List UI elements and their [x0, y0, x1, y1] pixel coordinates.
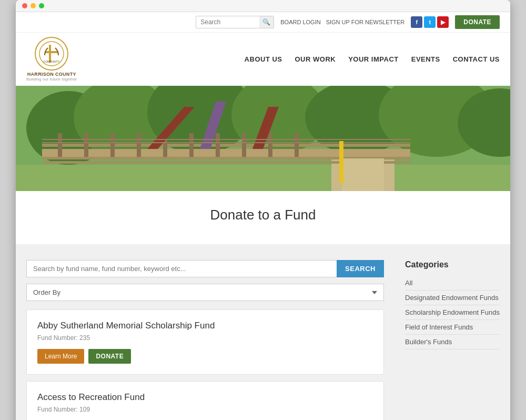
svg-rect-23: [242, 133, 246, 159]
fund-section: SEARCH Order By Abby Sutherland Memorial…: [16, 244, 510, 420]
fund-main: SEARCH Order By Abby Sutherland Memorial…: [26, 260, 384, 420]
nav-about-us[interactable]: ABOUT US: [245, 55, 282, 63]
categories-sidebar: Categories All Designated Endowment Fund…: [405, 260, 500, 420]
svg-rect-24: [268, 133, 272, 159]
fund-card-1-title: Abby Sutherland Memorial Scholarship Fun…: [37, 321, 373, 331]
main-nav: ABOUT US OUR WORK YOUR IMPACT EVENTS CON…: [245, 55, 500, 63]
dot-yellow[interactable]: [31, 3, 36, 8]
nav-contact-us[interactable]: CONTACT US: [453, 55, 500, 63]
categories-list: All Designated Endowment Funds Scholarsh…: [405, 276, 500, 349]
category-scholarship[interactable]: Scholarship Endowment Funds: [405, 305, 500, 320]
nav-your-impact[interactable]: YOUR IMPACT: [348, 55, 399, 63]
header-search-button[interactable]: 🔍: [259, 16, 274, 28]
header-links: BOARD LOGIN SIGN UP FOR NEWSLETTER: [280, 19, 404, 25]
header-top-bar: 🔍 BOARD LOGIN SIGN UP FOR NEWSLETTER f t…: [16, 12, 510, 33]
fund-search-button[interactable]: SEARCH: [337, 260, 384, 277]
svg-rect-30: [342, 158, 384, 191]
logo-circle: COMMUNITY: [35, 37, 68, 71]
header-nav: COMMUNITY HARRISON COUNTY Building our f…: [16, 33, 510, 86]
category-field[interactable]: Field of Interest Funds: [405, 320, 500, 335]
dot-red[interactable]: [22, 3, 27, 8]
categories-title: Categories: [405, 260, 500, 269]
svg-rect-12: [16, 165, 510, 191]
nav-our-work[interactable]: OUR WORK: [295, 55, 336, 63]
dot-green[interactable]: [39, 3, 44, 8]
browser-top-bar: [16, 0, 510, 12]
svg-rect-19: [137, 133, 141, 159]
order-by-select[interactable]: Order By: [26, 284, 384, 301]
svg-rect-15: [42, 144, 410, 147]
fund-card-2-number: Fund Number: 109: [37, 406, 373, 413]
newsletter-link[interactable]: SIGN UP FOR NEWSLETTER: [326, 19, 405, 25]
category-designated[interactable]: Designated Endowment Funds: [405, 291, 500, 305]
logo-name: HARRISON COUNTY: [27, 72, 76, 77]
category-all[interactable]: All: [405, 276, 500, 291]
fund-card-2: Access to Recreation Fund Fund Number: 1…: [26, 381, 384, 420]
logo-sub: Building our future together: [26, 77, 77, 82]
site-header: 🔍 BOARD LOGIN SIGN UP FOR NEWSLETTER f t…: [16, 12, 510, 86]
svg-rect-22: [216, 133, 220, 159]
twitter-icon[interactable]: t: [424, 16, 436, 28]
browser-window: 🔍 BOARD LOGIN SIGN UP FOR NEWSLETTER f t…: [16, 0, 510, 420]
fund-search-bar: SEARCH: [26, 260, 384, 277]
svg-rect-16: [58, 133, 62, 159]
hero-image: [16, 86, 510, 191]
page-title: Donate to a Fund: [26, 207, 500, 223]
fund-search-input[interactable]: [26, 260, 337, 277]
category-builders[interactable]: Builder's Funds: [405, 335, 500, 349]
fund-card-1-learn-button[interactable]: Learn More: [37, 349, 84, 364]
board-login-link[interactable]: BOARD LOGIN: [280, 19, 320, 25]
main-content: Donate to a Fund: [16, 191, 510, 244]
fund-card-2-title: Access to Recreation Fund: [37, 392, 373, 403]
fund-card-1-actions: Learn More DONATE: [37, 349, 373, 364]
hero-svg: [16, 86, 510, 191]
donate-top-button[interactable]: DONATE: [455, 15, 500, 29]
fund-card-1-number: Fund Number: 235: [37, 334, 373, 342]
nav-events[interactable]: EVENTS: [411, 55, 440, 63]
svg-rect-21: [189, 133, 194, 159]
header-search-input[interactable]: [196, 16, 259, 28]
fund-card-1: Abby Sutherland Memorial Scholarship Fun…: [26, 309, 384, 375]
fund-card-1-donate-button[interactable]: DONATE: [88, 349, 131, 364]
youtube-icon[interactable]: ▶: [437, 16, 449, 28]
svg-rect-18: [110, 133, 115, 159]
svg-rect-17: [84, 133, 88, 159]
svg-rect-25: [295, 133, 299, 159]
logo: COMMUNITY HARRISON COUNTY Building our f…: [26, 37, 77, 82]
social-icons: f t ▶: [411, 16, 449, 28]
header-search-wrap: 🔍: [196, 16, 274, 28]
svg-text:COMMUNITY: COMMUNITY: [44, 60, 60, 63]
logo-svg: COMMUNITY: [38, 41, 65, 67]
svg-rect-2: [45, 51, 58, 53]
svg-rect-31: [339, 141, 343, 183]
facebook-icon[interactable]: f: [411, 16, 422, 28]
